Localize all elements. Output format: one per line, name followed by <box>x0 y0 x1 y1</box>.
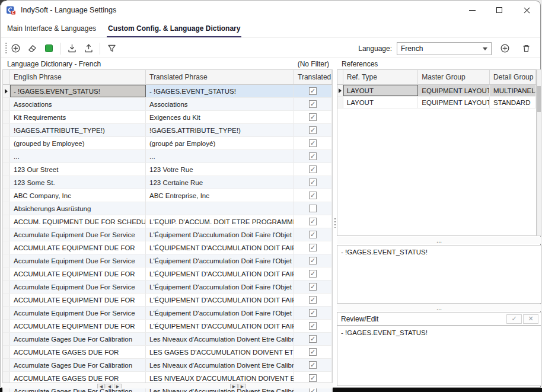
translated-checkbox[interactable] <box>309 87 317 95</box>
cell-translated-phrase[interactable]: ABC Entreprise, Inc <box>146 189 294 202</box>
cell-translated-phrase[interactable]: L'Équipement D'acculumation Doit Faire l… <box>146 228 294 241</box>
nav-last-button[interactable]: ▶ <box>230 384 238 388</box>
cancel-edit-button[interactable]: ✕ <box>523 314 538 324</box>
cell-translated-flag[interactable] <box>294 281 332 293</box>
maximize-button[interactable] <box>486 1 513 19</box>
cell-translated-phrase[interactable]: L'EQUIP. D'ACCUM. DOIT ETRE PROGRAMMÉ <box>146 215 294 228</box>
cell-english-phrase[interactable]: (grouped by Employee) <box>10 137 146 149</box>
translated-checkbox[interactable] <box>309 100 317 108</box>
cell-english-phrase[interactable]: ACCUMULATE EQUIPMENT DUE FOR <box>10 320 146 332</box>
cell-translated-flag[interactable] <box>294 228 332 241</box>
table-row[interactable]: ACCUMULATE EQUIPMENT DUE FOR L'ÉQUIPEMEN… <box>3 267 332 281</box>
cell-translated-flag[interactable] <box>294 333 332 345</box>
cell-translated-phrase[interactable]: Les Niveaux d'Accumulation Doivent Etre … <box>146 359 294 371</box>
cell-translated-flag[interactable] <box>294 189 332 202</box>
cell-english-phrase[interactable]: Accumulate Equipment Due For Service <box>10 281 146 293</box>
cell-translated-phrase[interactable]: L'ÉQUIPEMENT D'ACCUMULATION DOIT FAIRE L… <box>146 320 294 332</box>
cell-translated-flag[interactable] <box>294 320 332 332</box>
translated-checkbox[interactable] <box>309 361 317 369</box>
translated-checkbox[interactable] <box>309 152 317 160</box>
translated-checkbox[interactable] <box>309 322 317 330</box>
nav-prev-button[interactable]: ◀ <box>106 384 113 388</box>
translated-checkbox[interactable] <box>309 192 317 199</box>
table-row[interactable]: - !GAGES.EVENT_STATUS! - !GAGES.EVENT_ST… <box>3 85 332 98</box>
nav-end-button[interactable]: ▶ <box>238 384 246 388</box>
table-row[interactable]: 123 Some St. 123 Certaine Rue <box>3 176 332 189</box>
cell-english-phrase[interactable]: Accumulate Gages Due For Calibration <box>10 333 146 345</box>
horizontal-splitter[interactable]: ... <box>337 304 541 311</box>
cell-english-phrase[interactable]: Absicherungs Ausrüstung <box>10 202 146 215</box>
translated-checkbox[interactable] <box>309 348 317 356</box>
cell-english-phrase[interactable]: 123 Some St. <box>10 176 146 189</box>
nav-next-button[interactable]: ▶ <box>114 384 122 388</box>
translated-checkbox[interactable] <box>309 270 317 278</box>
cell-translated-phrase[interactable]: LES GAGES D'ACCUMULATION DOIVENT ETRE CA <box>146 346 294 358</box>
cell-english-phrase[interactable]: Kit Requirements <box>10 111 146 123</box>
cell-master-group[interactable]: EQUIPMENT LAYOUTS <box>418 97 490 108</box>
cell-english-phrase[interactable]: ... <box>10 150 146 162</box>
translated-checkbox[interactable] <box>309 205 317 212</box>
cell-translated-flag[interactable] <box>294 267 332 280</box>
horizontal-splitter[interactable]: ... <box>337 237 541 244</box>
translated-checkbox[interactable] <box>309 374 317 382</box>
cell-english-phrase[interactable]: Accumulate Gages Due For Calibration <box>10 359 146 371</box>
cell-english-phrase[interactable]: ACCUMULATE GAGES DUE FOR <box>10 346 146 358</box>
table-row[interactable]: !GAGES.ATTRIBUTE_TYPE!) !GAGES.ATTRIBUTE… <box>3 124 332 137</box>
column-header-detail-group[interactable]: Detail Group <box>490 70 536 84</box>
table-row[interactable]: ... ... <box>3 150 332 163</box>
cell-translated-phrase[interactable]: ... <box>146 150 294 162</box>
close-button[interactable] <box>513 1 540 19</box>
table-row[interactable]: LAYOUT EQUIPMENT LAYOUTS STANDARD <box>337 97 536 109</box>
cell-translated-phrase[interactable]: L'Équipement D'accumulation Doit Faire l… <box>146 254 294 267</box>
column-header-translated[interactable]: Translated <box>294 70 332 84</box>
column-header-master-group[interactable]: Master Group <box>418 70 490 84</box>
add-language-button[interactable] <box>496 41 513 56</box>
cell-translated-phrase[interactable]: Associations <box>146 98 294 110</box>
cell-translated-phrase[interactable]: L'ÉQUIPEMENT D'ACCUMULATION DOIT FAIRE L… <box>146 241 294 254</box>
table-row[interactable]: Accumulate Gages Due For Calibration Les… <box>3 359 332 372</box>
cell-translated-flag[interactable] <box>294 241 332 254</box>
tab-main-interface[interactable]: Main Interface & Languages <box>6 21 97 38</box>
filter-status-label[interactable]: (No Filter) <box>249 60 329 68</box>
table-row[interactable]: Accumulate Gages Due For Calibration Les… <box>3 333 332 346</box>
translated-checkbox[interactable] <box>309 218 317 225</box>
cell-english-phrase[interactable]: Accumulate Equipment Due For Service <box>10 228 146 241</box>
cell-english-phrase[interactable]: ACCUMULATE EQUIPMENT DUE FOR <box>10 267 146 280</box>
table-row[interactable]: (grouped by Employee) (groupé par Employ… <box>3 137 332 150</box>
cell-translated-flag[interactable] <box>294 137 332 149</box>
table-row[interactable]: ACCUMULATE EQUIPMENT DUE FOR L'ÉQUIPEMEN… <box>3 241 332 254</box>
table-row[interactable]: 123 Our Street 123 Votre Rue <box>3 163 332 176</box>
translated-checkbox[interactable] <box>309 244 317 251</box>
cell-english-phrase[interactable]: ACCUMULATE EQUIPMENT DUE FOR <box>10 294 146 306</box>
cell-english-phrase[interactable]: 123 Our Street <box>10 163 146 176</box>
review-edit-textbox[interactable]: - !GAGES.EVENT_STATUS! <box>337 326 541 386</box>
column-header-translated-phrase[interactable]: Translated Phrase <box>146 70 294 84</box>
cell-translated-flag[interactable] <box>294 85 332 97</box>
table-row[interactable]: ACCUMULATE EQUIPMENT DUE FOR L'ÉQUIPEMEN… <box>3 294 332 307</box>
table-row[interactable]: Associations Associations <box>3 98 332 111</box>
translated-checkbox[interactable] <box>309 139 317 147</box>
cell-translated-phrase[interactable]: !GAGES.ATTRIBUTE_TYPE!) <box>146 124 294 136</box>
source-phrase-preview[interactable]: - !GAGES.EVENT_STATUS! <box>337 245 541 304</box>
cell-english-phrase[interactable]: - !GAGES.EVENT_STATUS! <box>10 85 146 97</box>
cell-translated-phrase[interactable]: Les Niveaux d'Accumulation Doivent Etre … <box>146 333 294 345</box>
column-header-english-phrase[interactable]: English Phrase <box>10 70 146 84</box>
cell-english-phrase[interactable]: !GAGES.ATTRIBUTE_TYPE!) <box>10 124 146 136</box>
cell-translated-flag[interactable] <box>294 346 332 358</box>
translated-checkbox[interactable] <box>309 257 317 264</box>
cell-translated-phrase[interactable]: L'ÉQUIPEMENT D'ACCUMULATION DOIT FAIRE L… <box>146 267 294 280</box>
translated-checkbox[interactable] <box>309 296 317 304</box>
import-dictionary-button[interactable] <box>63 41 80 56</box>
table-row[interactable]: LAYOUT EQUIPMENT LAYOUTS MULTIPANEL- <box>337 85 536 97</box>
table-row[interactable]: ABC Company, Inc ABC Entreprise, Inc <box>3 189 332 202</box>
cell-translated-phrase[interactable]: (groupé par Employé) <box>146 137 294 149</box>
cell-translated-flag[interactable] <box>294 307 332 319</box>
table-row[interactable]: Accumulate Equipment Due For Service L'É… <box>3 281 332 294</box>
table-row[interactable]: ACCUMULATE EQUIPMENT DUE FOR L'ÉQUIPEMEN… <box>3 320 332 333</box>
cell-english-phrase[interactable]: ACCUM. EQUIPMENT DUE FOR SCHEDULE <box>10 215 146 228</box>
table-row[interactable]: Accumulate Equipment Due For Service L'É… <box>3 254 332 267</box>
translated-checkbox[interactable] <box>309 335 317 343</box>
cell-translated-flag[interactable] <box>294 98 332 110</box>
table-row[interactable]: Accumulate Equipment Due For Service L'É… <box>3 228 332 241</box>
add-phrase-button[interactable] <box>7 41 24 56</box>
